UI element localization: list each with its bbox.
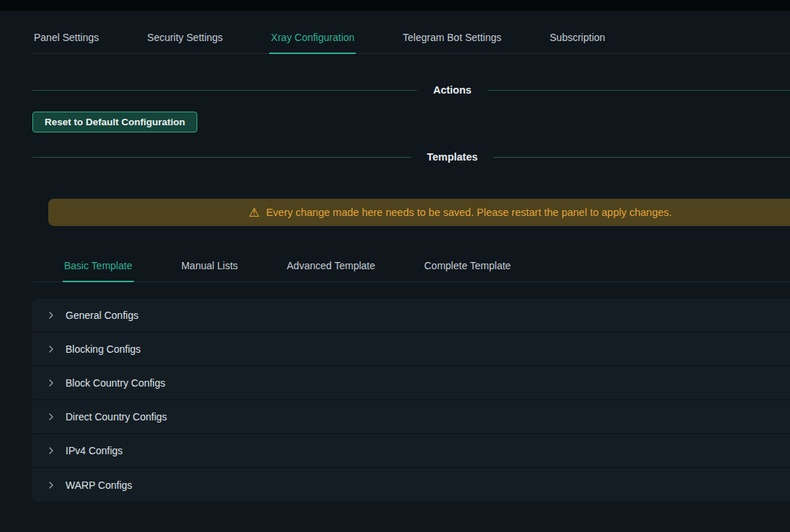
accordion-label: Block Country Configs [66,377,166,389]
settings-tabs: Panel Settings Security Settings Xray Co… [32,22,790,54]
templates-divider-label: Templates [411,151,494,163]
tab-manual-lists[interactable]: Manual Lists [180,251,240,281]
accordion-label: Blocking Configs [66,343,140,355]
chevron-right-icon [47,345,55,353]
accordion-label: IPv4 Configs [66,445,122,456]
warning-text: Every change made here needs to be saved… [266,207,671,218]
accordion-general-configs[interactable]: General Configs [32,299,790,333]
accordion-warp-configs[interactable]: WARP Configs [32,468,790,502]
accordion-label: WARP Configs [66,479,133,491]
divider-line [488,90,790,91]
settings-page: Panel Settings Security Settings Xray Co… [32,22,790,502]
actions-divider: Actions [32,84,790,96]
tab-subscription[interactable]: Subscription [548,22,606,53]
accordion-block-country-configs[interactable]: Block Country Configs [32,366,790,400]
tab-basic-template[interactable]: Basic Template [63,251,134,281]
divider-line [32,90,417,91]
top-navbar [0,0,790,11]
divider-line [493,157,790,158]
warning-banner: ⚠ Every change made here needs to be sav… [48,199,790,226]
actions-divider-label: Actions [417,84,487,96]
accordion-ipv4-configs[interactable]: IPv4 Configs [32,434,790,468]
tab-panel-settings[interactable]: Panel Settings [32,22,100,53]
accordion-direct-country-configs[interactable]: Direct Country Configs [32,400,790,434]
templates-divider: Templates [32,151,790,163]
template-tabs: Basic Template Manual Lists Advanced Tem… [32,251,790,282]
tab-xray-configuration[interactable]: Xray Configuration [269,22,356,53]
template-accordion: General Configs Blocking Configs Block C… [32,299,790,502]
tab-security-settings[interactable]: Security Settings [145,22,224,53]
chevron-right-icon [47,311,55,320]
accordion-label: General Configs [66,310,138,321]
chevron-right-icon [47,412,55,421]
divider-line [32,157,411,158]
tab-complete-template[interactable]: Complete Template [423,251,512,281]
accordion-blocking-configs[interactable]: Blocking Configs [32,333,790,366]
reset-default-config-button[interactable]: Reset to Default Configuration [32,112,197,132]
warning-triangle-icon: ⚠ [248,207,259,219]
accordion-label: Direct Country Configs [66,411,167,423]
chevron-right-icon [47,481,55,490]
chevron-right-icon [47,446,55,455]
chevron-right-icon [47,379,55,387]
tab-advanced-template[interactable]: Advanced Template [285,251,377,281]
tab-telegram-bot-settings[interactable]: Telegram Bot Settings [401,22,503,53]
